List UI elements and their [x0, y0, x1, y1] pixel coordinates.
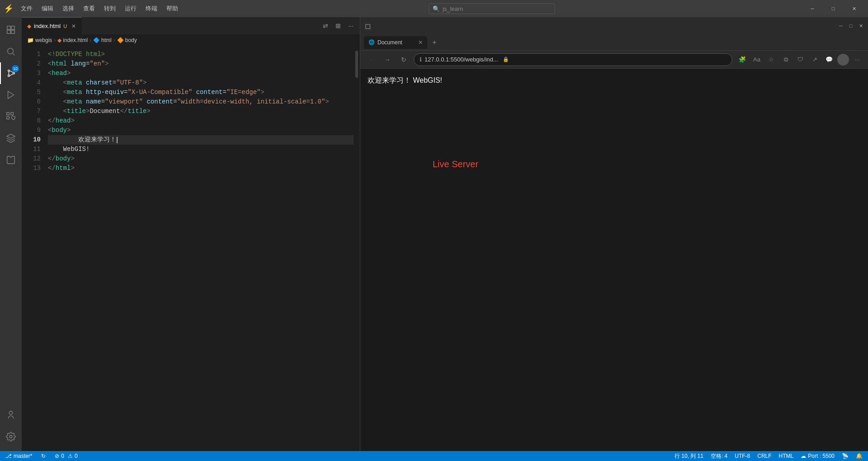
- body-tag-icon: 🔶: [117, 37, 124, 43]
- code-line-12: </body>: [48, 154, 360, 164]
- status-language[interactable]: HTML: [777, 452, 796, 460]
- reading-mode-icon[interactable]: Aa: [750, 53, 763, 66]
- editor-area: ◆ index.html U ✕ ⇄ ⊞ ··· 📁 webgis › ◆ in…: [22, 17, 360, 451]
- tab-index-html[interactable]: ◆ index.html U ✕: [22, 17, 82, 34]
- back-button[interactable]: ←: [365, 53, 377, 66]
- code-content[interactable]: <!DOCTYPE html><html lang="en"><head> <m…: [44, 46, 360, 451]
- error-icon: ⊘: [55, 453, 59, 459]
- activity-item-source-control[interactable]: 10: [0, 62, 22, 84]
- browser-tab-document[interactable]: 🌐 Document ✕: [364, 36, 427, 49]
- breadcrumb-html[interactable]: 🔷 html: [93, 37, 112, 43]
- status-errors[interactable]: ⊘ 0 ⚠ 0: [53, 453, 79, 459]
- branch-icon: ⎇: [5, 453, 12, 459]
- activity-item-run[interactable]: [0, 84, 22, 106]
- profile-button[interactable]: [837, 54, 849, 66]
- maximize-button[interactable]: □: [823, 0, 844, 17]
- more-actions-button[interactable]: ···: [345, 20, 356, 31]
- menu-select[interactable]: 选择: [59, 4, 78, 14]
- tab-close-button[interactable]: ✕: [71, 23, 76, 29]
- share-icon[interactable]: ↗: [808, 53, 821, 66]
- menu-terminal[interactable]: 终端: [142, 4, 161, 14]
- forward-button[interactable]: →: [381, 53, 394, 66]
- minimize-button[interactable]: ─: [802, 0, 823, 17]
- menu-help[interactable]: 帮助: [163, 4, 182, 14]
- svg-rect-1: [11, 26, 14, 29]
- title-menu: 文件 编辑 选择 查看 转到 运行 终端 帮助: [17, 4, 182, 14]
- split-editor-button[interactable]: ⇄: [320, 20, 331, 31]
- feedback-icon[interactable]: 💬: [823, 53, 835, 66]
- collections-icon[interactable]: ⧉: [779, 53, 792, 66]
- status-broadcast[interactable]: 📡: [840, 452, 850, 460]
- status-bell[interactable]: 🔔: [854, 452, 864, 460]
- activity-bar-bottom: [0, 404, 22, 451]
- language-text: HTML: [779, 453, 794, 459]
- url-text: 127.0.0.1:5500/webgis/ind...: [425, 56, 498, 63]
- browser-tab-bar: 🌐 Document ✕ +: [360, 34, 868, 51]
- menu-file[interactable]: 文件: [17, 4, 36, 14]
- browser-minimize-btn[interactable]: ─: [837, 22, 844, 29]
- settings-icon[interactable]: ···: [851, 53, 863, 66]
- activity-bar: 10: [0, 17, 22, 451]
- tab-modified-badge: U: [63, 24, 67, 29]
- window-controls: ─ □ ✕: [802, 0, 864, 17]
- svg-point-4: [8, 48, 14, 54]
- favorites-icon[interactable]: ☆: [765, 53, 778, 66]
- activity-item-search[interactable]: [0, 41, 22, 62]
- status-encoding[interactable]: UTF-8: [733, 452, 752, 460]
- browser-window-controls: ◻: [364, 22, 371, 29]
- tracking-icon[interactable]: 🛡: [794, 53, 807, 66]
- address-bar[interactable]: ℹ 127.0.0.1:5500/webgis/ind... 🔒: [414, 53, 732, 66]
- code-line-11: WebGIS!: [48, 145, 360, 154]
- branch-name: master*: [14, 453, 32, 459]
- activity-item-explorer[interactable]: [0, 19, 22, 41]
- bell-icon: 🔔: [856, 453, 863, 459]
- title-search-box[interactable]: 🔍 js_learn: [429, 3, 555, 14]
- status-spaces[interactable]: 空格: 4: [709, 452, 729, 460]
- title-bar-left: ⚡ 文件 编辑 选择 查看 转到 运行 终端 帮助: [4, 4, 182, 14]
- extensions-icon[interactable]: 🧩: [736, 53, 749, 66]
- activity-item-account[interactable]: [0, 404, 22, 426]
- menu-edit[interactable]: 编辑: [38, 4, 57, 14]
- scrollbar-track[interactable]: [354, 46, 360, 451]
- activity-item-settings[interactable]: [0, 426, 22, 447]
- status-branch[interactable]: ⎇ master*: [4, 453, 34, 459]
- scrollbar-thumb[interactable]: [355, 51, 358, 78]
- position-text: 行 10, 列 11: [675, 452, 703, 460]
- menu-view[interactable]: 查看: [80, 4, 99, 14]
- status-port[interactable]: ☁ Port : 5500: [799, 452, 836, 460]
- breadcrumb: 📁 webgis › ◆ index.html › 🔷 html › 🔶 bod…: [22, 34, 360, 46]
- new-tab-button[interactable]: +: [429, 37, 440, 48]
- svg-rect-13: [7, 117, 9, 119]
- menu-goto[interactable]: 转到: [100, 4, 119, 14]
- activity-item-testing[interactable]: [0, 149, 22, 171]
- breadcrumb-indexhtml[interactable]: ◆ index.html: [57, 37, 88, 43]
- sync-icon: ↻: [41, 453, 46, 459]
- svg-rect-15: [11, 113, 14, 115]
- breadcrumb-body[interactable]: 🔶 body: [117, 37, 137, 43]
- reload-button[interactable]: ↻: [397, 53, 410, 66]
- menu-run[interactable]: 运行: [121, 4, 140, 14]
- browser-panel: ◻ ─ □ ✕ 🌐 Document ✕ + ← → ↻ ℹ 127.0.0.1…: [360, 17, 868, 451]
- browser-tab-close[interactable]: ✕: [418, 39, 423, 46]
- close-button[interactable]: ✕: [844, 0, 864, 17]
- port-text: Port : 5500: [808, 453, 835, 459]
- warning-icon: ⚠: [68, 453, 73, 459]
- browser-close-btn[interactable]: ✕: [857, 22, 864, 29]
- activity-item-extensions[interactable]: [0, 106, 22, 127]
- breadcrumb-webgis[interactable]: 📁 webgis: [27, 37, 52, 43]
- status-position[interactable]: 行 10, 列 11: [673, 452, 705, 460]
- status-line-ending[interactable]: CRLF: [755, 452, 773, 460]
- browser-back-btn[interactable]: ◻: [364, 22, 371, 29]
- editor-content[interactable]: 12345 6789 10 111213 <!DOCTYPE html><htm…: [22, 46, 360, 451]
- tab-actions: ⇄ ⊞ ···: [320, 17, 360, 34]
- svg-rect-14: [7, 113, 9, 115]
- browser-tab-icon: 🌐: [368, 39, 375, 45]
- source-control-badge: 10: [12, 65, 19, 72]
- browser-maximize-btn[interactable]: □: [847, 22, 854, 29]
- layout-button[interactable]: ⊞: [333, 20, 344, 31]
- code-line-2: <html lang="en">: [48, 59, 360, 69]
- activity-item-remote[interactable]: [0, 127, 22, 149]
- svg-rect-2: [7, 30, 10, 33]
- status-sync[interactable]: ↻: [39, 453, 47, 459]
- encoding-text: UTF-8: [735, 453, 750, 459]
